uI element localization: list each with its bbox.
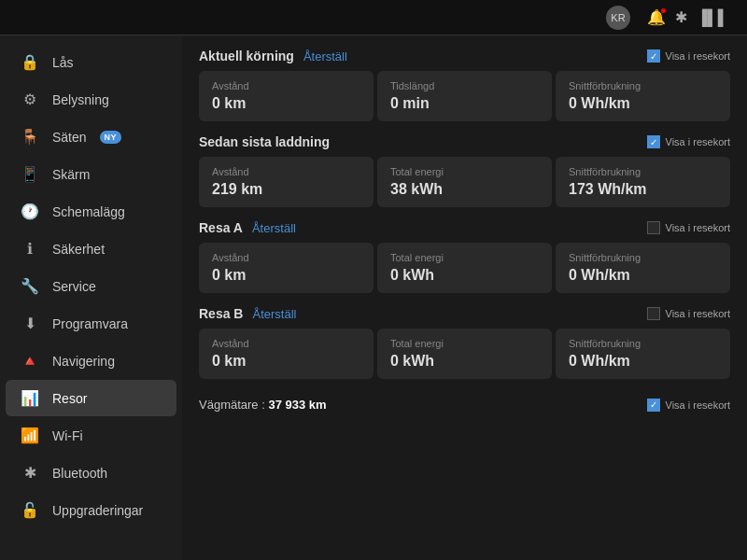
sidebar-item-programvara[interactable]: ⬇Programvara: [6, 305, 176, 342]
bluetooth-icon[interactable]: ✱: [675, 8, 687, 26]
sidebar-label-bluetooth: Bluetooth: [52, 466, 107, 481]
wifi-icon: 📶: [21, 427, 39, 444]
stat-card-sedan-2: Snittförbrukning173 Wh/km: [556, 157, 730, 207]
signal-icon: ▐▌▌: [697, 9, 728, 26]
stat-label-resa_b-0: Avstånd: [212, 338, 360, 349]
reset-btn-aktuell[interactable]: Återställ: [303, 49, 347, 63]
sidebar-item-resor[interactable]: 📊Resor: [6, 380, 176, 416]
user-info: KR: [606, 6, 636, 30]
sidebar-label-navigering: Navigering: [52, 354, 115, 369]
visa-checkbox-sedan[interactable]: ✓: [647, 135, 660, 148]
stat-card-resa_b-2: Snittförbrukning0 Wh/km: [556, 329, 730, 379]
sidebar-label-belysning: Belysning: [52, 92, 109, 107]
stat-value-resa_b-2: 0 Wh/km: [569, 353, 717, 370]
section-resa_b: Resa BÅterställVisa i resekortAvstånd0 k…: [199, 306, 730, 379]
sidebar-item-navigering[interactable]: 🔺Navigering: [6, 343, 176, 379]
skarm-icon: 📱: [21, 165, 39, 183]
odometer-visa-group: ✓Visa i resekort: [647, 399, 731, 412]
stat-card-resa_a-2: Snittförbrukning0 Wh/km: [556, 243, 730, 293]
belysning-icon: ⚙: [21, 91, 39, 108]
sakerhet-icon: ℹ: [21, 240, 39, 258]
sidebar-item-bluetooth[interactable]: ✱Bluetooth: [6, 455, 176, 491]
stat-label-resa_a-0: Avstånd: [212, 252, 360, 263]
visa-checkbox-resa_b[interactable]: [647, 307, 660, 320]
sidebar-item-uppgraderingar[interactable]: 🔓Uppgraderingar: [6, 492, 176, 528]
stats-row-resa_a: Avstånd0 kmTotal energi0 kWhSnittförbruk…: [199, 243, 730, 293]
stat-card-resa_a-0: Avstånd0 km: [199, 243, 374, 293]
stat-label-resa_a-1: Total energi: [390, 252, 539, 263]
trip-title-resa_b: Resa B: [199, 306, 243, 321]
saten-icon: 🪑: [21, 128, 39, 146]
sidebar-label-uppgraderingar: Uppgraderingar: [52, 503, 143, 518]
sidebar-label-las: Lås: [52, 55, 74, 70]
stat-value-resa_a-2: 0 Wh/km: [569, 267, 717, 284]
reset-btn-resa_b[interactable]: Återställ: [252, 307, 296, 321]
stats-row-resa_b: Avstånd0 kmTotal energi0 kWhSnittförbruk…: [199, 329, 730, 379]
stat-value-aktuell-2: 0 Wh/km: [569, 95, 717, 112]
stat-label-aktuell-0: Avstånd: [212, 80, 360, 91]
sidebar-item-las[interactable]: 🔒Lås: [6, 44, 176, 80]
section-resa_a: Resa AÅterställVisa i resekortAvstånd0 k…: [199, 220, 730, 293]
avatar: KR: [606, 6, 630, 30]
trip-title-sedan: Sedan sista laddning: [199, 134, 330, 149]
trip-header-resa_a: Resa AÅterställVisa i resekort: [199, 220, 730, 235]
stat-label-resa_b-2: Snittförbrukning: [569, 338, 717, 349]
sidebar-label-skarm: Skärm: [52, 167, 90, 182]
stat-label-sedan-2: Snittförbrukning: [569, 166, 717, 177]
sidebar-item-belysning[interactable]: ⚙Belysning: [6, 81, 176, 118]
service-icon: 🔧: [21, 277, 39, 295]
stat-value-resa_a-0: 0 km: [212, 267, 360, 284]
stat-card-resa_b-0: Avstånd0 km: [199, 329, 374, 379]
section-sedan: Sedan sista laddning✓Visa i resekortAvst…: [199, 134, 730, 207]
stat-label-resa_b-1: Total energi: [390, 338, 539, 349]
visa-group-resa_b: Visa i resekort: [647, 307, 731, 320]
visa-text-sedan: Visa i resekort: [666, 136, 731, 147]
navigering-icon: 🔺: [21, 352, 39, 370]
sidebar-label-sakerhet: Säkerhet: [52, 242, 105, 257]
header-icons: 🔔 ✱ ▐▌▌: [647, 8, 728, 26]
schemalägg-icon: 🕐: [21, 203, 39, 220]
bluetooth-icon: ✱: [21, 464, 39, 482]
content-area: Aktuell körningÅterställ✓Visa i resekort…: [182, 35, 747, 560]
sidebar-label-programvara: Programvara: [52, 316, 128, 331]
sidebar-item-schemalägg[interactable]: 🕐Schemalägg: [6, 193, 176, 230]
stat-label-resa_a-2: Snittförbrukning: [569, 252, 717, 263]
trip-title-aktuell: Aktuell körning: [199, 49, 294, 63]
stat-label-sedan-0: Avstånd: [212, 166, 360, 177]
stat-card-aktuell-0: Avstånd0 km: [199, 71, 374, 121]
stat-value-resa_b-1: 0 kWh: [390, 353, 539, 370]
stat-value-aktuell-0: 0 km: [212, 95, 360, 112]
stat-value-aktuell-1: 0 min: [390, 95, 539, 112]
sidebar-item-saten[interactable]: 🪑SätenNY: [6, 119, 176, 155]
stat-value-sedan-2: 173 Wh/km: [569, 181, 717, 198]
stat-card-resa_b-1: Total energi0 kWh: [377, 329, 552, 379]
stat-label-aktuell-1: Tidslängd: [390, 80, 539, 91]
sidebar-label-resor: Resor: [52, 391, 87, 406]
visa-group-resa_a: Visa i resekort: [647, 221, 731, 234]
sidebar-item-service[interactable]: 🔧Service: [6, 268, 176, 304]
stat-card-aktuell-1: Tidslängd0 min: [377, 71, 552, 121]
visa-text-resa_a: Visa i resekort: [666, 222, 731, 233]
stat-value-sedan-0: 219 km: [212, 181, 360, 198]
odometer-visa-checkbox[interactable]: ✓: [647, 399, 660, 412]
bell-icon[interactable]: 🔔: [647, 8, 666, 26]
header: KR 🔔 ✱ ▐▌▌: [0, 0, 747, 35]
sidebar-item-skarm[interactable]: 📱Skärm: [6, 156, 176, 192]
stat-label-sedan-1: Total energi: [390, 166, 539, 177]
trip-header-resa_b: Resa BÅterställVisa i resekort: [199, 306, 730, 321]
programvara-icon: ⬇: [21, 315, 39, 332]
odometer-visa-text: Visa i resekort: [666, 399, 731, 411]
stat-card-resa_a-1: Total energi0 kWh: [377, 243, 552, 293]
uppgraderingar-icon: 🔓: [21, 501, 39, 519]
sidebar-item-sakerhet[interactable]: ℹSäkerhet: [6, 231, 176, 267]
trip-header-aktuell: Aktuell körningÅterställ✓Visa i resekort: [199, 49, 730, 63]
trip-title-resa_a: Resa A: [199, 220, 243, 235]
visa-text-aktuell: Visa i resekort: [666, 50, 731, 62]
visa-checkbox-resa_a[interactable]: [647, 221, 660, 234]
stat-card-sedan-0: Avstånd219 km: [199, 157, 374, 207]
reset-btn-resa_a[interactable]: Återställ: [252, 221, 296, 235]
stat-card-sedan-1: Total energi38 kWh: [377, 157, 552, 207]
trip-header-sedan: Sedan sista laddning✓Visa i resekort: [199, 134, 730, 149]
sidebar-item-wifi[interactable]: 📶Wi-Fi: [6, 417, 176, 454]
visa-checkbox-aktuell[interactable]: ✓: [647, 49, 660, 63]
